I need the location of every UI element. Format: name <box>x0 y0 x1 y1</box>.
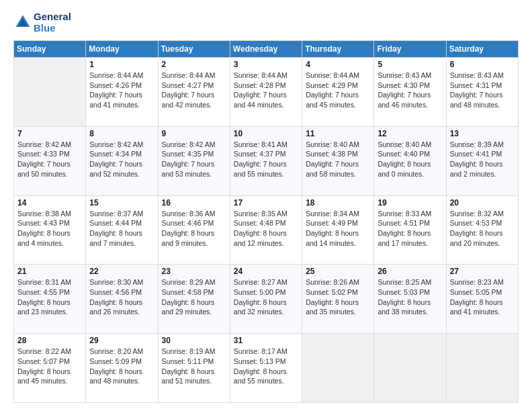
daylight-text: Daylight: 8 hours and 4 minutes. <box>17 228 82 248</box>
day-number: 21 <box>17 267 82 276</box>
sunset-text: Sunset: 4:46 PM <box>162 218 226 228</box>
day-info: Sunrise: 8:38 AM Sunset: 4:43 PM Dayligh… <box>17 209 82 248</box>
calendar-day-cell: 16 Sunrise: 8:36 AM Sunset: 4:46 PM Dayl… <box>158 195 230 265</box>
calendar-day-cell: 29 Sunrise: 8:20 AM Sunset: 5:09 PM Dayl… <box>86 334 158 403</box>
daylight-text: Daylight: 7 hours and 44 minutes. <box>234 90 298 109</box>
calendar-table: SundayMondayTuesdayWednesdayThursdayFrid… <box>13 40 519 403</box>
sunset-text: Sunset: 5:09 PM <box>89 357 154 367</box>
sunset-text: Sunset: 4:37 PM <box>234 149 298 159</box>
calendar-week-row: 21 Sunrise: 8:31 AM Sunset: 4:55 PM Dayl… <box>14 265 519 334</box>
calendar-day-cell: 13 Sunrise: 8:39 AM Sunset: 4:41 PM Dayl… <box>446 126 518 195</box>
day-number: 12 <box>378 129 442 138</box>
day-number: 30 <box>162 336 226 345</box>
sunrise-text: Sunrise: 8:42 AM <box>162 140 226 150</box>
day-number: 6 <box>450 60 515 69</box>
sunset-text: Sunset: 4:40 PM <box>378 149 442 159</box>
sunrise-text: Sunrise: 8:40 AM <box>378 140 442 150</box>
sunset-text: Sunset: 4:44 PM <box>89 218 154 228</box>
daylight-text: Daylight: 7 hours and 50 minutes. <box>17 159 82 179</box>
daylight-text: Daylight: 8 hours and 38 minutes. <box>378 298 442 317</box>
sunset-text: Sunset: 4:35 PM <box>162 149 226 159</box>
daylight-text: Daylight: 8 hours and 45 minutes. <box>17 367 82 386</box>
daylight-text: Daylight: 8 hours and 29 minutes. <box>162 298 226 317</box>
sunrise-text: Sunrise: 8:44 AM <box>234 71 298 81</box>
day-number: 28 <box>17 336 82 345</box>
sunrise-text: Sunrise: 8:44 AM <box>162 71 226 81</box>
daylight-text: Daylight: 7 hours and 46 minutes. <box>378 90 442 109</box>
sunrise-text: Sunrise: 8:39 AM <box>450 140 515 150</box>
calendar-day-cell: 25 Sunrise: 8:26 AM Sunset: 5:02 PM Dayl… <box>302 265 374 334</box>
daylight-text: Daylight: 8 hours and 7 minutes. <box>89 228 154 248</box>
sunrise-text: Sunrise: 8:44 AM <box>89 71 154 81</box>
day-info: Sunrise: 8:44 AM Sunset: 4:27 PM Dayligh… <box>162 71 226 110</box>
day-info: Sunrise: 8:42 AM Sunset: 4:33 PM Dayligh… <box>17 140 82 179</box>
calendar-day-cell <box>446 334 518 403</box>
day-number: 18 <box>306 198 370 208</box>
sunrise-text: Sunrise: 8:34 AM <box>306 209 370 219</box>
day-number: 1 <box>89 60 154 69</box>
sunrise-text: Sunrise: 8:40 AM <box>306 140 370 150</box>
day-number: 5 <box>378 60 442 69</box>
calendar-day-cell: 20 Sunrise: 8:32 AM Sunset: 4:53 PM Dayl… <box>446 195 518 265</box>
daylight-text: Daylight: 8 hours and 35 minutes. <box>306 298 370 317</box>
day-info: Sunrise: 8:43 AM Sunset: 4:30 PM Dayligh… <box>378 71 442 110</box>
day-number: 13 <box>450 129 515 138</box>
daylight-text: Daylight: 8 hours and 32 minutes. <box>234 298 298 317</box>
sunrise-text: Sunrise: 8:37 AM <box>89 209 154 219</box>
calendar-day-header: Monday <box>86 41 158 58</box>
sunset-text: Sunset: 4:31 PM <box>450 81 515 91</box>
calendar-day-cell <box>374 334 446 403</box>
daylight-text: Daylight: 8 hours and 51 minutes. <box>162 367 226 386</box>
day-info: Sunrise: 8:31 AM Sunset: 4:55 PM Dayligh… <box>17 277 82 317</box>
daylight-text: Daylight: 7 hours and 45 minutes. <box>306 90 370 109</box>
day-number: 10 <box>234 129 298 138</box>
calendar-day-cell: 8 Sunrise: 8:42 AM Sunset: 4:34 PM Dayli… <box>86 126 158 195</box>
day-info: Sunrise: 8:29 AM Sunset: 4:58 PM Dayligh… <box>162 277 226 317</box>
sunset-text: Sunset: 4:38 PM <box>306 149 370 159</box>
calendar-day-cell <box>302 334 374 403</box>
day-info: Sunrise: 8:44 AM Sunset: 4:29 PM Dayligh… <box>306 71 370 110</box>
sunset-text: Sunset: 4:43 PM <box>17 218 82 228</box>
day-number: 11 <box>306 129 370 138</box>
calendar-day-cell: 26 Sunrise: 8:25 AM Sunset: 5:03 PM Dayl… <box>374 265 446 334</box>
sunset-text: Sunset: 4:27 PM <box>162 81 226 91</box>
calendar-day-cell: 27 Sunrise: 8:23 AM Sunset: 5:05 PM Dayl… <box>446 265 518 334</box>
logo: General Blue <box>13 11 71 34</box>
daylight-text: Daylight: 8 hours and 41 minutes. <box>450 298 515 317</box>
sunrise-text: Sunrise: 8:17 AM <box>234 347 298 357</box>
calendar-week-row: 7 Sunrise: 8:42 AM Sunset: 4:33 PM Dayli… <box>14 126 519 195</box>
header: General Blue <box>13 11 519 34</box>
day-info: Sunrise: 8:30 AM Sunset: 4:56 PM Dayligh… <box>89 277 154 317</box>
sunrise-text: Sunrise: 8:42 AM <box>89 140 154 150</box>
sunset-text: Sunset: 4:41 PM <box>450 149 515 159</box>
day-number: 7 <box>17 129 82 138</box>
daylight-text: Daylight: 8 hours and 9 minutes. <box>162 228 226 248</box>
day-info: Sunrise: 8:23 AM Sunset: 5:05 PM Dayligh… <box>450 277 515 317</box>
calendar-day-cell: 9 Sunrise: 8:42 AM Sunset: 4:35 PM Dayli… <box>158 126 230 195</box>
sunrise-text: Sunrise: 8:38 AM <box>17 209 82 219</box>
day-number: 24 <box>234 267 298 276</box>
day-number: 9 <box>162 129 226 138</box>
calendar-day-cell: 19 Sunrise: 8:33 AM Sunset: 4:51 PM Dayl… <box>374 195 446 265</box>
calendar-day-cell: 3 Sunrise: 8:44 AM Sunset: 4:28 PM Dayli… <box>230 58 302 127</box>
daylight-text: Daylight: 8 hours and 55 minutes. <box>234 367 298 386</box>
day-info: Sunrise: 8:42 AM Sunset: 4:34 PM Dayligh… <box>89 140 154 179</box>
calendar-day-cell: 17 Sunrise: 8:35 AM Sunset: 4:48 PM Dayl… <box>230 195 302 265</box>
calendar-day-cell: 30 Sunrise: 8:19 AM Sunset: 5:11 PM Dayl… <box>158 334 230 403</box>
sunrise-text: Sunrise: 8:20 AM <box>89 347 154 357</box>
sunrise-text: Sunrise: 8:42 AM <box>17 140 82 150</box>
daylight-text: Daylight: 8 hours and 20 minutes. <box>450 228 515 248</box>
calendar-day-cell: 2 Sunrise: 8:44 AM Sunset: 4:27 PM Dayli… <box>158 58 230 127</box>
calendar-week-row: 1 Sunrise: 8:44 AM Sunset: 4:26 PM Dayli… <box>14 58 519 127</box>
calendar-day-cell: 6 Sunrise: 8:43 AM Sunset: 4:31 PM Dayli… <box>446 58 518 127</box>
sunrise-text: Sunrise: 8:27 AM <box>234 277 298 287</box>
day-info: Sunrise: 8:27 AM Sunset: 5:00 PM Dayligh… <box>234 277 298 317</box>
day-info: Sunrise: 8:34 AM Sunset: 4:49 PM Dayligh… <box>306 209 370 248</box>
sunrise-text: Sunrise: 8:30 AM <box>89 277 154 287</box>
sunrise-text: Sunrise: 8:44 AM <box>306 71 370 81</box>
day-number: 19 <box>378 198 442 208</box>
daylight-text: Daylight: 8 hours and 14 minutes. <box>306 228 370 248</box>
day-info: Sunrise: 8:41 AM Sunset: 4:37 PM Dayligh… <box>234 140 298 179</box>
calendar-day-header: Sunday <box>14 41 86 58</box>
day-number: 29 <box>89 336 154 345</box>
